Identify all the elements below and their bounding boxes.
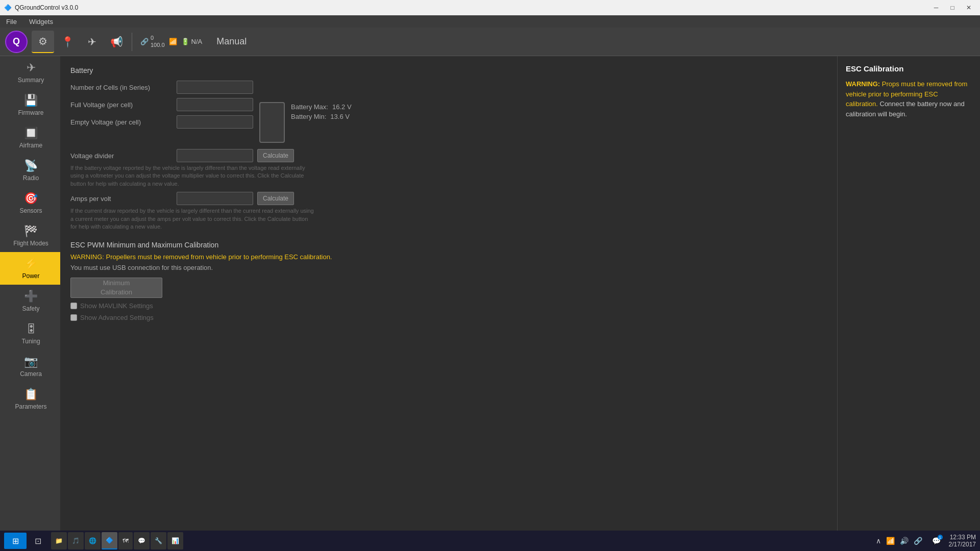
maximize-button[interactable]: □ bbox=[945, 3, 960, 13]
wifi-icon[interactable]: 📶 bbox=[884, 537, 897, 545]
chrome-icon: 🌐 bbox=[89, 537, 96, 544]
taskbar-bug[interactable]: 🔧 bbox=[151, 532, 166, 549]
airframe-icon: 🔲 bbox=[24, 127, 38, 140]
battery-max-value: 16.2 V bbox=[332, 103, 352, 111]
camera-icon: 📷 bbox=[24, 355, 38, 368]
usb-icon[interactable]: 🔗 bbox=[912, 537, 924, 545]
mavlink-settings-row: Show MAVLINK Settings bbox=[70, 302, 827, 310]
taskbar-file-explorer[interactable]: 📁 bbox=[51, 532, 67, 549]
battery-min-label: Battery Min: bbox=[291, 113, 326, 120]
empty-voltage-input[interactable] bbox=[177, 115, 253, 129]
system-icons: ∧ 📶 🔊 🔗 bbox=[874, 537, 924, 545]
clock-time: 12:33 PM bbox=[949, 534, 976, 541]
fly-button[interactable]: ✈ bbox=[81, 31, 103, 53]
menu-file[interactable]: File bbox=[4, 17, 19, 27]
main-area: ✈ Summary 💾 Firmware 🔲 Airframe 📡 Radio … bbox=[0, 56, 980, 531]
sidebar-item-radio[interactable]: 📡 Radio bbox=[0, 154, 60, 187]
right-panel: ESC Calibration WARNING: Props must be r… bbox=[837, 56, 980, 531]
sidebar-item-sensors[interactable]: 🎯 Sensors bbox=[0, 187, 60, 219]
link-icon: 🔗 bbox=[140, 38, 149, 45]
flight-mode-label: Manual bbox=[216, 36, 247, 47]
task-view-button[interactable]: ⊡ bbox=[29, 532, 47, 549]
safety-icon: ➕ bbox=[24, 290, 38, 303]
setup-button[interactable]: ⚙ bbox=[32, 31, 54, 53]
music-icon: 🎵 bbox=[72, 537, 80, 544]
amps-per-volt-calc-button[interactable]: Calculate bbox=[257, 192, 294, 205]
voltage-divider-row: Voltage divider Calculate bbox=[70, 149, 827, 162]
notification-center[interactable]: 💬 1 bbox=[928, 533, 945, 549]
toolbar-status: 🔗 0100.0 📶 🔋 N/A Manual bbox=[140, 35, 247, 48]
plan-button[interactable]: 📍 bbox=[56, 31, 79, 53]
parameters-icon: 📋 bbox=[24, 388, 38, 401]
sidebar-label-parameters: Parameters bbox=[15, 403, 46, 410]
taskbar-apps: 📁 🎵 🌐 🔷 🗺 💬 🔧 📊 bbox=[51, 532, 183, 549]
taskbar-maps[interactable]: 🗺 bbox=[118, 532, 133, 549]
sidebar-label-camera: Camera bbox=[20, 370, 42, 378]
firmware-icon: 💾 bbox=[24, 94, 38, 107]
taskbar-music[interactable]: 🎵 bbox=[68, 532, 84, 549]
taskbar-skype[interactable]: 💬 bbox=[134, 532, 150, 549]
cells-input[interactable] bbox=[177, 81, 253, 94]
sidebar-label-power: Power bbox=[22, 272, 39, 280]
voltage-divider-input[interactable] bbox=[177, 149, 253, 162]
sidebar-label-airframe: Airframe bbox=[19, 142, 42, 149]
maps-icon: 🗺 bbox=[122, 537, 129, 544]
bug-icon: 🔧 bbox=[155, 537, 162, 544]
plan-icon: 📍 bbox=[61, 36, 74, 48]
titlebar-left: 🔷 QGroundControl v3.0.0 bbox=[4, 4, 78, 11]
taskbar-powerpoint[interactable]: 📊 bbox=[167, 532, 183, 549]
start-button[interactable]: ⊞ bbox=[4, 533, 27, 549]
taskbar-chrome[interactable]: 🌐 bbox=[85, 532, 101, 549]
sidebar-item-tuning[interactable]: 🎛 Tuning bbox=[0, 317, 60, 350]
esc-calib-label: MinimumCalibration bbox=[101, 279, 132, 297]
battery-details: Full Voltage (per cell) Empty Voltage (p… bbox=[70, 98, 827, 143]
titlebar-controls: ─ □ ✕ bbox=[929, 3, 976, 13]
battery-icon: 🔋 bbox=[181, 38, 189, 45]
signal-status: 📶 bbox=[169, 38, 177, 45]
amps-per-volt-input[interactable] bbox=[177, 192, 253, 205]
sidebar-label-safety: Safety bbox=[22, 305, 39, 312]
minimize-button[interactable]: ─ bbox=[929, 3, 943, 13]
full-voltage-row: Full Voltage (per cell) bbox=[70, 98, 253, 111]
qgc-icon: 🔷 bbox=[106, 537, 113, 544]
announce-button[interactable]: 📢 bbox=[105, 31, 128, 53]
sensors-icon: 🎯 bbox=[24, 192, 38, 205]
battery-section: Battery Number of Cells (in Series) Full… bbox=[70, 66, 827, 231]
esc-calibration-button[interactable]: MinimumCalibration bbox=[70, 278, 162, 298]
voltage-divider-calc-button[interactable]: Calculate bbox=[257, 149, 294, 162]
toolbar-divider bbox=[132, 33, 132, 51]
sidebar-item-firmware[interactable]: 💾 Firmware bbox=[0, 89, 60, 121]
cells-row: Number of Cells (in Series) bbox=[70, 81, 827, 94]
taskbar-qgc[interactable]: 🔷 bbox=[102, 532, 117, 549]
sidebar-item-airframe[interactable]: 🔲 Airframe bbox=[0, 121, 60, 154]
app-logo[interactable]: Q bbox=[5, 31, 28, 53]
taskbar-quick-icons: ⊡ bbox=[29, 532, 47, 549]
signal-icon: 📶 bbox=[169, 38, 177, 45]
taskbar-clock[interactable]: 12:33 PM 2/17/2017 bbox=[949, 534, 976, 548]
show-mavlink-checkbox[interactable] bbox=[70, 303, 77, 309]
battery-min-value: 13.6 V bbox=[330, 113, 350, 120]
close-button[interactable]: ✕ bbox=[962, 3, 976, 13]
link-value: 0100.0 bbox=[151, 35, 165, 48]
show-advanced-checkbox[interactable] bbox=[70, 314, 77, 321]
taskbar-right: ∧ 📶 🔊 🔗 💬 1 12:33 PM 2/17/2017 bbox=[874, 533, 976, 549]
full-voltage-input[interactable] bbox=[177, 98, 253, 111]
sidebar-item-flight-modes[interactable]: 🏁 Flight Modes bbox=[0, 219, 60, 252]
show-hidden-icon[interactable]: ∧ bbox=[874, 537, 883, 545]
fly-icon: ✈ bbox=[88, 36, 96, 48]
sidebar-item-summary[interactable]: ✈ Summary bbox=[0, 56, 60, 89]
amps-per-volt-label: Amps per volt bbox=[70, 195, 173, 203]
announce-icon: 📢 bbox=[110, 36, 123, 48]
sidebar-item-camera[interactable]: 📷 Camera bbox=[0, 350, 60, 383]
sidebar-item-parameters[interactable]: 📋 Parameters bbox=[0, 383, 60, 415]
sidebar-item-safety[interactable]: ➕ Safety bbox=[0, 285, 60, 317]
taskbar: ⊞ ⊡ 📁 🎵 🌐 🔷 🗺 💬 🔧 📊 ∧ 📶 bbox=[0, 531, 980, 551]
volume-icon[interactable]: 🔊 bbox=[898, 537, 911, 545]
menu-widgets[interactable]: Widgets bbox=[27, 17, 55, 27]
flight-modes-icon: 🏁 bbox=[24, 224, 38, 238]
skype-icon: 💬 bbox=[138, 537, 145, 544]
voltage-divider-desc: If the battery voltage reported by the v… bbox=[70, 164, 315, 188]
esc-section-title: ESC PWM Minimum and Maximum Calibration bbox=[70, 241, 827, 249]
setup-icon: ⚙ bbox=[38, 35, 47, 47]
sidebar-item-power[interactable]: ⚡ Power bbox=[0, 252, 60, 285]
